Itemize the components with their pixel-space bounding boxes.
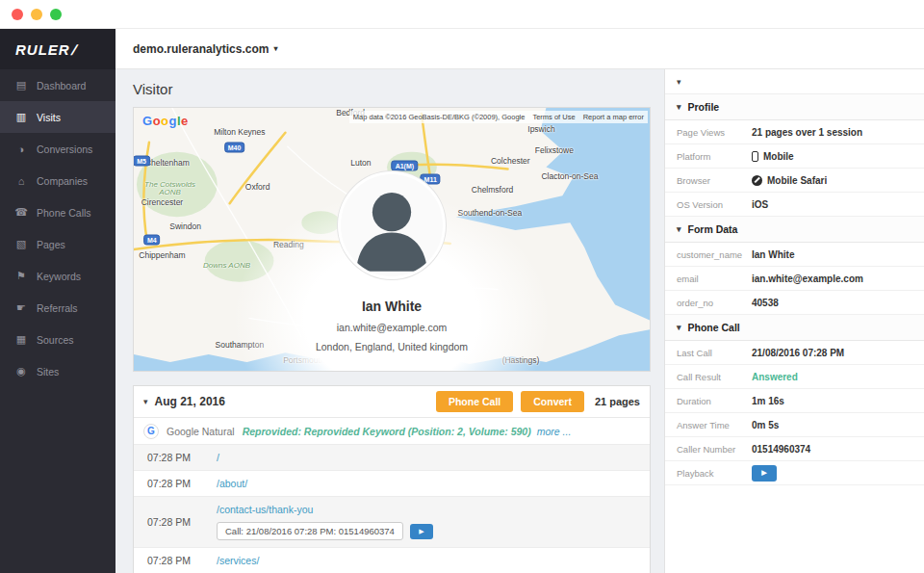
conversions-icon: ◑ bbox=[14, 143, 28, 155]
source-name: Google Natural bbox=[167, 426, 235, 437]
map-label-city: Colchester bbox=[491, 156, 530, 166]
sites-icon: ◉ bbox=[14, 365, 28, 378]
sidebar-item-dashboard[interactable]: ▤Dashboard bbox=[0, 69, 116, 101]
caret-down-icon: ▾ bbox=[677, 323, 681, 332]
detail-panel: ▾ ▾ProfilePage Views21 pages over 1 sess… bbox=[664, 69, 924, 573]
google-logo-letter: G bbox=[142, 114, 153, 128]
more-link[interactable]: more ... bbox=[537, 426, 572, 437]
referrals-icon: ☛ bbox=[14, 301, 28, 314]
row-value: Mobile Safari bbox=[752, 175, 827, 186]
row-label: Caller Number bbox=[677, 444, 752, 455]
minimize-button[interactable] bbox=[31, 9, 42, 20]
section-header-profile[interactable]: ▾Profile bbox=[665, 94, 924, 120]
row-label: OS Version bbox=[677, 199, 752, 210]
row-label: Playback bbox=[677, 468, 752, 479]
section-header-form-data[interactable]: ▾Form Data bbox=[665, 217, 924, 243]
row-value: 40538 bbox=[752, 298, 779, 308]
map-label-city: Felixstowe bbox=[535, 145, 574, 155]
map-label-shield: A1(M) bbox=[392, 161, 418, 171]
sidebar-item-visits[interactable]: ▥Visits bbox=[0, 101, 116, 133]
row-value-text: Mobile bbox=[763, 151, 794, 162]
section-header-phone-call[interactable]: ▾Phone Call bbox=[665, 315, 924, 341]
row-label: Last Call bbox=[677, 348, 752, 358]
session-card: ▾ Aug 21, 2016 Phone Call Convert 21 pag… bbox=[133, 385, 651, 573]
panel-row-email: emailian.white@example.com bbox=[665, 267, 924, 291]
row-label: Browser bbox=[677, 175, 752, 186]
row-value-text: 21/08/2016 07:28 PM bbox=[752, 348, 844, 358]
panel-row-order_no: order_no40538 bbox=[665, 291, 924, 315]
google-logo-letter: e bbox=[181, 114, 189, 128]
event-page-link[interactable]: / bbox=[217, 452, 219, 463]
event-main: /contact-us/thank-youCall: 21/08/2016 07… bbox=[217, 497, 433, 547]
panel-row-answer-time: Answer Time0m 5s bbox=[665, 413, 924, 437]
map-label-city: Oxford bbox=[245, 182, 270, 192]
sidebar-item-referrals[interactable]: ☛Referrals bbox=[0, 292, 116, 324]
row-value: Answered bbox=[752, 372, 798, 382]
event-page-link[interactable]: /about/ bbox=[217, 478, 247, 489]
panel-row-customer_name: customer_nameIan White bbox=[665, 243, 924, 267]
site-selector[interactable]: demo.ruleranalytics.com ▾ bbox=[133, 42, 277, 56]
caret-down-icon[interactable]: ▾ bbox=[143, 397, 148, 406]
sidebar-item-label: Sites bbox=[37, 366, 59, 378]
map-label-area: The Cotswolds AONB bbox=[142, 181, 198, 198]
sidebar-item-phone-calls[interactable]: ☎Phone Calls bbox=[0, 196, 116, 228]
sidebar-item-label: Dashboard bbox=[37, 80, 86, 91]
row-value-text: Ian White bbox=[752, 249, 794, 260]
panel-row-playback: Playback▶ bbox=[665, 461, 924, 485]
row-label: customer_name bbox=[677, 249, 752, 260]
map-label-city: Clacton-on-Sea bbox=[541, 171, 598, 181]
panel-collapse-row[interactable]: ▾ bbox=[665, 69, 924, 94]
row-value: iOS bbox=[752, 199, 768, 210]
phone-icon: ☎ bbox=[14, 206, 28, 219]
row-value: Mobile bbox=[752, 151, 794, 162]
row-value: ▶ bbox=[752, 465, 777, 482]
event-main: / bbox=[217, 445, 219, 470]
map-label-city: Chelmsford bbox=[472, 185, 513, 195]
map-label-city: Cirencester bbox=[141, 197, 183, 207]
sidebar-item-keywords[interactable]: ⚑Keywords bbox=[0, 260, 116, 292]
map-label-city: Portsmouth bbox=[283, 355, 324, 365]
map-label-city: Luton bbox=[350, 158, 371, 168]
playback-play-button[interactable]: ▶ bbox=[752, 465, 777, 482]
map-label-city: Cheltenham bbox=[145, 158, 190, 168]
panel-row-call-result: Call ResultAnswered bbox=[665, 365, 924, 389]
detail-panel-sections: ▾ProfilePage Views21 pages over 1 sessio… bbox=[665, 94, 924, 485]
event-page-link[interactable]: /contact-us/thank-you bbox=[217, 504, 433, 515]
sidebar-item-sites[interactable]: ◉Sites bbox=[0, 355, 116, 387]
sidebar-item-pages[interactable]: ▧Pages bbox=[0, 228, 116, 260]
map-attribution-text: Map data ©2016 GeoBasis-DE/BKG (©2009), … bbox=[353, 113, 526, 121]
event-main: /about/ bbox=[217, 471, 247, 496]
source-keyword-detail: Reprovided: Reprovided Keyword (Position… bbox=[243, 426, 531, 437]
report-map-error-link[interactable]: Report a map error bbox=[583, 113, 644, 121]
terms-of-use-link[interactable]: Terms of Use bbox=[532, 113, 575, 121]
google-logo[interactable]: Google bbox=[142, 114, 189, 128]
caret-down-icon: ▾ bbox=[677, 224, 681, 234]
event-page-link[interactable]: /services/ bbox=[217, 555, 259, 566]
session-header: ▾ Aug 21, 2016 Phone Call Convert 21 pag… bbox=[134, 386, 650, 418]
map-label-shield: M5 bbox=[133, 155, 150, 166]
call-chip-text: Call: 21/08/2016 07:28 PM: 01514960374 bbox=[217, 522, 403, 540]
caret-down-icon: ▾ bbox=[273, 44, 277, 53]
ruler-logo-slash: / bbox=[70, 41, 79, 58]
event-time: 07:28 PM bbox=[147, 452, 217, 463]
google-logo-letter: g bbox=[169, 114, 177, 128]
app-window: RULER/ ▤Dashboard▥Visits◑Conversions⌂Com… bbox=[0, 0, 924, 573]
phone-call-button[interactable]: Phone Call bbox=[436, 391, 513, 412]
row-value: 0m 5s bbox=[752, 420, 779, 430]
convert-button[interactable]: Convert bbox=[521, 391, 584, 412]
ruler-logo-text: RULER bbox=[15, 41, 70, 58]
sidebar-item-companies[interactable]: ⌂Companies bbox=[0, 165, 116, 196]
visitor-email: ian.white@example.com bbox=[134, 322, 650, 333]
companies-icon: ⌂ bbox=[14, 175, 28, 187]
zoom-button[interactable] bbox=[50, 9, 62, 20]
close-button[interactable] bbox=[12, 9, 23, 20]
row-value: ian.white@example.com bbox=[752, 273, 863, 284]
sidebar: RULER/ ▤Dashboard▥Visits◑Conversions⌂Com… bbox=[0, 29, 116, 573]
sidebar-item-label: Conversions bbox=[37, 143, 92, 155]
sidebar-item-sources[interactable]: ▦Sources bbox=[0, 324, 116, 355]
visitor-name: Ian White bbox=[134, 299, 650, 314]
visitor-info: Ian White ian.white@example.com London, … bbox=[134, 299, 650, 352]
panel-row-duration: Duration1m 16s bbox=[665, 389, 924, 413]
call-play-button[interactable]: ▶ bbox=[410, 524, 433, 539]
sidebar-item-conversions[interactable]: ◑Conversions bbox=[0, 133, 116, 165]
